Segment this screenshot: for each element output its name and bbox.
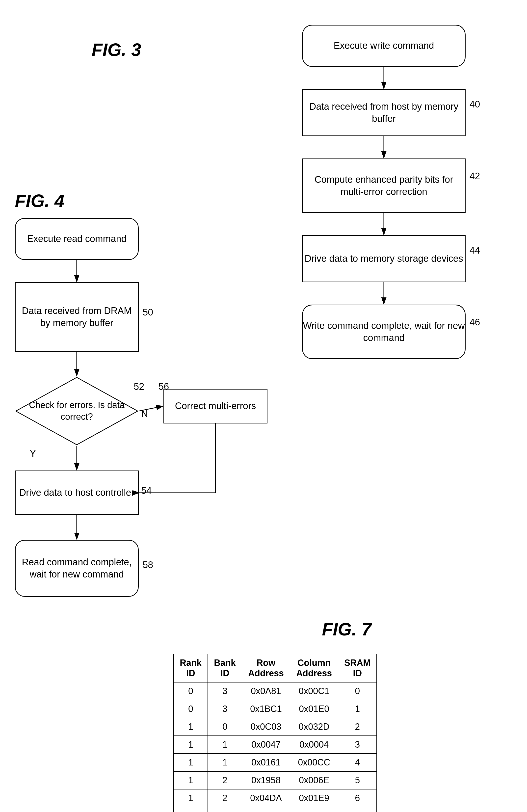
fig3-node44: Drive data to memory storage devices	[302, 235, 466, 282]
fig4-node56: Correct multi-errors	[163, 389, 267, 423]
cell-r0-c0: 0	[174, 682, 208, 700]
fig4-n-label: N	[141, 409, 148, 419]
cell-r3-c1: 1	[208, 736, 242, 754]
fig3-start: Execute write command	[302, 25, 466, 67]
fig4-node52-text: Check for errors. Is data correct?	[15, 400, 139, 423]
col-column-address: ColumnAddress	[290, 654, 338, 682]
col-bank-id: BankID	[208, 654, 242, 682]
cell-r5-c1: 2	[208, 771, 242, 789]
cell-r4-c1: 1	[208, 754, 242, 771]
cell-r6-c1: 2	[208, 789, 242, 807]
cell-r6-c4: 6	[338, 789, 377, 807]
cell-r0-c3: 0x00C1	[290, 682, 338, 700]
fig3-ref40: 40	[470, 99, 480, 110]
cell-r3-c2: 0x0047	[242, 736, 290, 754]
fig3-ref42: 42	[470, 171, 480, 182]
fig4-ref54: 54	[141, 485, 151, 496]
cell-r1-c4: 1	[338, 700, 377, 718]
cell-r2-c4: 2	[338, 718, 377, 736]
fig4-node58: Read command complete, wait for new comm…	[15, 540, 139, 597]
table-row: 110x00470x00043	[174, 736, 377, 754]
cell-r0-c4: 0	[338, 682, 377, 700]
fig4-start: Execute read command	[15, 218, 139, 260]
fig7-label: FIG. 7	[322, 619, 371, 639]
cell-r1-c1: 3	[208, 700, 242, 718]
cell-r5-c0: 1	[174, 771, 208, 789]
fig4-ref50: 50	[143, 307, 153, 318]
cell-r1-c2: 0x1BC1	[242, 700, 290, 718]
fig4-label: FIG. 4	[15, 191, 64, 211]
cell-r2-c2: 0x0C03	[242, 718, 290, 736]
cell-r4-c0: 1	[174, 754, 208, 771]
table-header-row: RankID BankID RowAddress ColumnAddress S…	[174, 654, 377, 682]
cell-r2-c3: 0x032D	[290, 718, 338, 736]
cell-r7-c3: 0x000E	[290, 807, 338, 812]
cell-r5-c4: 5	[338, 771, 377, 789]
fig4-ref58: 58	[143, 560, 153, 570]
cell-r3-c4: 3	[338, 736, 377, 754]
fig3-ref44: 44	[470, 245, 480, 256]
table-row: 110x01610x00CC4	[174, 754, 377, 771]
table-row: 130x098C0x000E7	[174, 807, 377, 812]
cell-r4-c3: 0x00CC	[290, 754, 338, 771]
cell-r3-c3: 0x0004	[290, 736, 338, 754]
fig7-table: RankID BankID RowAddress ColumnAddress S…	[173, 654, 377, 812]
cell-r5-c3: 0x006E	[290, 771, 338, 789]
cell-r7-c0: 1	[174, 807, 208, 812]
cell-r7-c4: 7	[338, 807, 377, 812]
cell-r1-c0: 0	[174, 700, 208, 718]
cell-r3-c0: 1	[174, 736, 208, 754]
table-row: 120x04DA0x01E96	[174, 789, 377, 807]
fig4-node50: Data received from DRAM by memory buffer	[15, 282, 139, 352]
cell-r6-c0: 1	[174, 789, 208, 807]
fig4-ref56: 56	[159, 381, 169, 392]
cell-r5-c2: 0x1958	[242, 771, 290, 789]
col-rank-id: RankID	[174, 654, 208, 682]
col-row-address: RowAddress	[242, 654, 290, 682]
fig4-node52: Check for errors. Is data correct?	[15, 376, 139, 446]
cell-r7-c1: 3	[208, 807, 242, 812]
cell-r6-c3: 0x01E9	[290, 789, 338, 807]
fig4-y-label: Y	[30, 448, 36, 459]
cell-r1-c3: 0x01E0	[290, 700, 338, 718]
cell-r2-c0: 1	[174, 718, 208, 736]
fig3-node42: Compute enhanced parity bits for multi-e…	[302, 159, 466, 213]
cell-r0-c2: 0x0A81	[242, 682, 290, 700]
cell-r6-c2: 0x04DA	[242, 789, 290, 807]
fig3-label: FIG. 3	[92, 40, 141, 60]
fig3-node46: Write command complete, wait for new com…	[302, 305, 466, 359]
col-sram-id: SRAMID	[338, 654, 377, 682]
table-row: 100x0C030x032D2	[174, 718, 377, 736]
fig3-ref46: 46	[470, 317, 480, 328]
fig4-node54: Drive data to host controller	[15, 470, 139, 515]
fig4-ref52: 52	[134, 381, 144, 392]
cell-r2-c1: 0	[208, 718, 242, 736]
table-row: 120x19580x006E5	[174, 771, 377, 789]
cell-r7-c2: 0x098C	[242, 807, 290, 812]
cell-r4-c4: 4	[338, 754, 377, 771]
page: FIG. 3 Execute write command Data receiv…	[0, 0, 527, 812]
cell-r0-c1: 3	[208, 682, 242, 700]
table-row: 030x1BC10x01E01	[174, 700, 377, 718]
table-row: 030x0A810x00C10	[174, 682, 377, 700]
cell-r4-c2: 0x0161	[242, 754, 290, 771]
fig3-node40: Data received from host by memory buffer	[302, 89, 466, 136]
